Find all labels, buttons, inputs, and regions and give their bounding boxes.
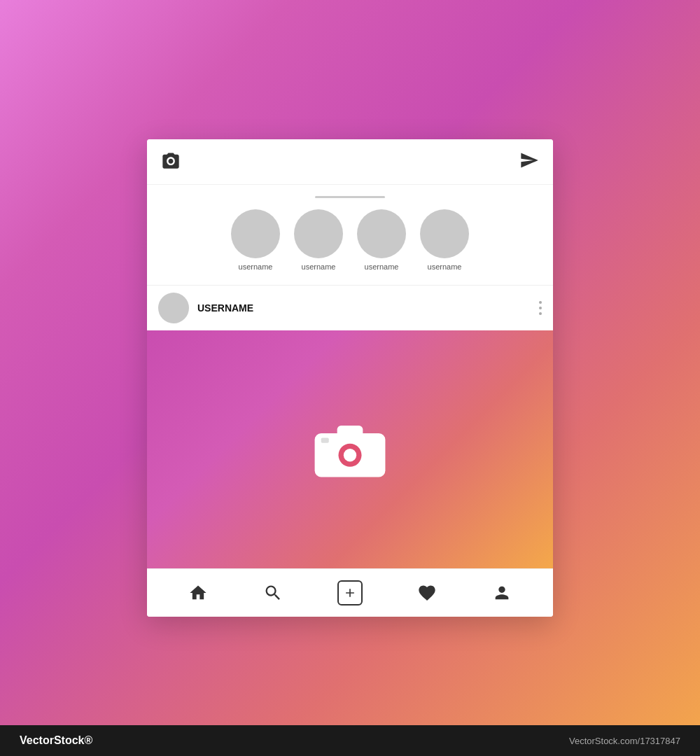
camera-icon[interactable] [161,150,181,173]
story-username-3: username [365,262,399,271]
watermark-url: VectorStock.com/17317847 [569,736,680,746]
more-options-button[interactable] [539,301,542,315]
story-item-1[interactable]: username [231,209,280,271]
post-camera-large-icon [312,411,388,488]
story-username-1: username [239,262,273,271]
svg-rect-1 [337,426,363,438]
stories-list: username username username username [161,209,539,271]
post-avatar [158,293,189,323]
home-nav-button[interactable] [188,583,208,603]
dot-1 [539,301,542,304]
search-nav-button[interactable] [263,583,283,603]
add-post-nav-button[interactable] [337,580,363,606]
likes-nav-button[interactable] [417,583,437,603]
svg-point-4 [344,449,356,461]
send-icon[interactable] [519,150,539,173]
story-avatar-1 [231,209,280,258]
post-username: USERNAME [197,302,539,314]
dot-2 [539,307,542,309]
profile-nav-button[interactable] [492,583,512,603]
scroll-indicator [315,196,385,198]
story-username-2: username [302,262,336,271]
story-item-4[interactable]: username [420,209,469,271]
watermark-bar: VectorStock® VectorStock.com/17317847 [0,725,700,756]
story-username-4: username [428,262,462,271]
story-avatar-4 [420,209,469,258]
story-item-3[interactable]: username [357,209,406,271]
bottom-nav [147,568,553,617]
phone-frame: username username username username USER… [147,139,553,617]
story-avatar-2 [294,209,343,258]
watermark-brand: VectorStock® [20,734,92,747]
app-header [147,139,553,185]
post-header: USERNAME [147,286,553,330]
post-image [147,330,553,568]
dot-3 [539,312,542,315]
stories-bar: username username username username [147,185,553,286]
story-avatar-3 [357,209,406,258]
story-item-2[interactable]: username [294,209,343,271]
add-post-box [337,580,363,606]
svg-rect-5 [321,438,329,443]
